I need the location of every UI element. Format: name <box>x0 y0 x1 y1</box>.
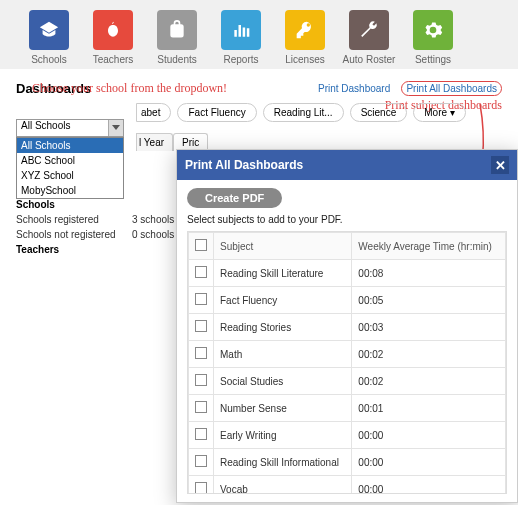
nav-label: Licenses <box>285 54 324 65</box>
chart-icon <box>221 10 261 50</box>
top-nav: Schools Teachers Students Reports Licens… <box>0 0 518 69</box>
dropdown-option[interactable]: ABC School <box>17 153 123 168</box>
modal-header: Print All Dashboards ✕ <box>177 150 517 180</box>
checkbox-icon <box>195 428 207 440</box>
nav-label: Settings <box>415 54 451 65</box>
row-checkbox[interactable] <box>189 260 214 287</box>
checkbox-icon <box>195 347 207 359</box>
wrench-icon <box>349 10 389 50</box>
row-checkbox[interactable] <box>189 314 214 341</box>
cell-subject: Early Writing <box>214 422 352 449</box>
pill[interactable]: Science <box>350 103 408 122</box>
nav-auto-roster[interactable]: Auto Roster <box>342 10 396 65</box>
school-icon <box>29 10 69 50</box>
table-row: Vocab00:00 <box>189 476 506 495</box>
nav-settings[interactable]: Settings <box>406 10 460 65</box>
nav-teachers[interactable]: Teachers <box>86 10 140 65</box>
cell-subject: Reading Skill Literature <box>214 260 352 287</box>
row-checkbox[interactable] <box>189 422 214 449</box>
table-row: Fact Fluency00:05 <box>189 287 506 314</box>
row-checkbox[interactable] <box>189 368 214 395</box>
cell-subject: Vocab <box>214 476 352 495</box>
cell-subject: Fact Fluency <box>214 287 352 314</box>
print-dashboard-link[interactable]: Print Dashboard <box>318 83 390 94</box>
cell-time: 00:01 <box>352 395 506 422</box>
modal-subtitle: Select subjects to add to your PDF. <box>187 214 507 225</box>
create-pdf-button[interactable]: Create PDF <box>187 188 282 208</box>
nav-label: Teachers <box>93 54 134 65</box>
close-icon[interactable]: ✕ <box>491 156 509 174</box>
nav-label: Schools <box>31 54 67 65</box>
row-checkbox[interactable] <box>189 449 214 476</box>
cell-subject: Reading Skill Informational <box>214 449 352 476</box>
tab[interactable]: l Year <box>136 133 173 151</box>
apple-icon <box>93 10 133 50</box>
nav-label: Students <box>157 54 196 65</box>
cell-time: 00:00 <box>352 422 506 449</box>
row-checkbox[interactable] <box>189 287 214 314</box>
dropdown-option[interactable]: MobySchool <box>17 183 123 198</box>
table-row: Number Sense00:01 <box>189 395 506 422</box>
cell-subject: Reading Stories <box>214 314 352 341</box>
nav-students[interactable]: Students <box>150 10 204 65</box>
cell-time: 00:02 <box>352 341 506 368</box>
pill[interactable]: Fact Fluency <box>177 103 256 122</box>
col-subject: Subject <box>214 233 352 260</box>
nav-label: Reports <box>223 54 258 65</box>
modal-title: Print All Dashboards <box>185 158 303 172</box>
chevron-down-icon <box>112 125 120 130</box>
annotation-choose-school: Choose your school from the dropdown! <box>32 81 227 96</box>
cell-subject: Social Studies <box>214 368 352 395</box>
select-all-header[interactable] <box>189 233 214 260</box>
cell-time: 00:03 <box>352 314 506 341</box>
dropdown-list: All Schools ABC School XYZ School MobySc… <box>16 137 124 199</box>
table-row: Early Writing00:00 <box>189 422 506 449</box>
dropdown-option[interactable]: All Schools <box>17 138 123 153</box>
row-checkbox[interactable] <box>189 395 214 422</box>
checkbox-icon <box>195 293 207 305</box>
school-dropdown[interactable]: All Schools All Schools ABC School XYZ S… <box>16 119 124 137</box>
cell-time: 00:08 <box>352 260 506 287</box>
dropdown-option[interactable]: XYZ School <box>17 168 123 183</box>
row-checkbox[interactable] <box>189 476 214 495</box>
checkbox-icon <box>195 482 207 494</box>
gear-icon <box>413 10 453 50</box>
col-time: Weekly Average Time (hr:min) <box>352 233 506 260</box>
table-row: Social Studies00:02 <box>189 368 506 395</box>
checkbox-icon <box>195 455 207 467</box>
nav-reports[interactable]: Reports <box>214 10 268 65</box>
subject-pills: abet Fact Fluency Reading Lit... Science… <box>136 103 466 122</box>
row-checkbox[interactable] <box>189 341 214 368</box>
cell-time: 00:00 <box>352 476 506 495</box>
pill[interactable]: abet <box>136 103 171 122</box>
table-row: Math00:02 <box>189 341 506 368</box>
print-all-dashboards-link[interactable]: Print All Dashboards <box>401 81 502 96</box>
nav-label: Auto Roster <box>343 54 396 65</box>
nav-schools[interactable]: Schools <box>22 10 76 65</box>
pill-more[interactable]: More ▾ <box>413 103 466 122</box>
checkbox-icon <box>195 374 207 386</box>
print-all-modal: Print All Dashboards ✕ Create PDF Select… <box>176 149 518 503</box>
backpack-icon <box>157 10 197 50</box>
cell-subject: Number Sense <box>214 395 352 422</box>
checkbox-icon <box>195 320 207 332</box>
checkbox-icon <box>195 401 207 413</box>
print-links: Print Dashboard Print All Dashboards <box>318 83 502 94</box>
subjects-table-wrap[interactable]: Subject Weekly Average Time (hr:min) Rea… <box>187 231 507 494</box>
cell-time: 00:00 <box>352 449 506 476</box>
cell-subject: Math <box>214 341 352 368</box>
nav-licenses[interactable]: Licenses <box>278 10 332 65</box>
subjects-table: Subject Weekly Average Time (hr:min) Rea… <box>188 232 506 494</box>
cell-time: 00:05 <box>352 287 506 314</box>
table-row: Reading Stories00:03 <box>189 314 506 341</box>
pill[interactable]: Reading Lit... <box>263 103 344 122</box>
key-icon <box>285 10 325 50</box>
table-row: Reading Skill Informational00:00 <box>189 449 506 476</box>
dropdown-selected: All Schools <box>16 119 124 137</box>
checkbox-icon <box>195 239 207 251</box>
table-row: Reading Skill Literature00:08 <box>189 260 506 287</box>
cell-time: 00:02 <box>352 368 506 395</box>
checkbox-icon <box>195 266 207 278</box>
